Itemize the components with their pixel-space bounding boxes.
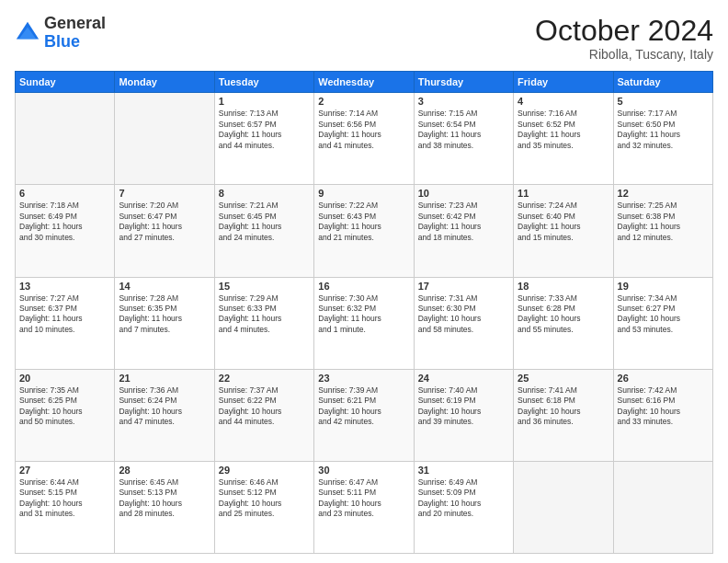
cell-text: Sunrise: 7:36 AM Sunset: 6:24 PM Dayligh…: [119, 385, 210, 428]
week-row-2: 6Sunrise: 7:18 AM Sunset: 6:49 PM Daylig…: [16, 185, 713, 277]
cell-text: Sunrise: 7:35 AM Sunset: 6:25 PM Dayligh…: [19, 385, 110, 428]
calendar-cell-2-0: 13Sunrise: 7:27 AM Sunset: 6:37 PM Dayli…: [16, 277, 115, 369]
calendar-cell-2-2: 15Sunrise: 7:29 AM Sunset: 6:33 PM Dayli…: [214, 277, 313, 369]
week-row-5: 27Sunrise: 6:44 AM Sunset: 5:15 PM Dayli…: [16, 461, 713, 553]
day-number: 7: [119, 188, 210, 199]
calendar-cell-4-4: 31Sunrise: 6:49 AM Sunset: 5:09 PM Dayli…: [414, 461, 513, 553]
cell-text: Sunrise: 7:28 AM Sunset: 6:35 PM Dayligh…: [119, 293, 210, 336]
cell-text: Sunrise: 7:25 AM Sunset: 6:38 PM Dayligh…: [618, 201, 709, 243]
cell-text: Sunrise: 7:39 AM Sunset: 6:21 PM Dayligh…: [318, 385, 409, 428]
header-thursday: Thursday: [414, 72, 513, 93]
calendar-cell-1-6: 12Sunrise: 7:25 AM Sunset: 6:38 PM Dayli…: [613, 185, 712, 277]
day-number: 25: [518, 373, 609, 384]
header-saturday: Saturday: [613, 72, 712, 93]
calendar-cell-2-5: 18Sunrise: 7:33 AM Sunset: 6:28 PM Dayli…: [514, 277, 613, 369]
calendar-cell-3-3: 23Sunrise: 7:39 AM Sunset: 6:21 PM Dayli…: [314, 369, 414, 461]
calendar-cell-4-1: 28Sunrise: 6:45 AM Sunset: 5:13 PM Dayli…: [115, 461, 214, 553]
day-number: 18: [518, 281, 609, 292]
cell-text: Sunrise: 7:42 AM Sunset: 6:16 PM Dayligh…: [618, 385, 709, 428]
calendar-cell-3-1: 21Sunrise: 7:36 AM Sunset: 6:24 PM Dayli…: [115, 369, 214, 461]
calendar-cell-2-6: 19Sunrise: 7:34 AM Sunset: 6:27 PM Dayli…: [613, 277, 712, 369]
cell-text: Sunrise: 7:31 AM Sunset: 6:30 PM Dayligh…: [418, 293, 509, 336]
cell-text: Sunrise: 7:27 AM Sunset: 6:37 PM Dayligh…: [19, 293, 110, 336]
cell-text: Sunrise: 6:49 AM Sunset: 5:09 PM Dayligh…: [418, 477, 509, 520]
day-number: 6: [19, 188, 110, 199]
day-number: 19: [618, 281, 709, 292]
calendar-cell-1-5: 11Sunrise: 7:24 AM Sunset: 6:40 PM Dayli…: [514, 185, 613, 277]
week-row-3: 13Sunrise: 7:27 AM Sunset: 6:37 PM Dayli…: [16, 277, 713, 369]
calendar-cell-2-3: 16Sunrise: 7:30 AM Sunset: 6:32 PM Dayli…: [314, 277, 414, 369]
logo-blue-text: Blue: [44, 32, 80, 51]
cell-text: Sunrise: 7:16 AM Sunset: 6:52 PM Dayligh…: [518, 109, 609, 151]
day-number: 27: [19, 465, 110, 476]
day-number: 29: [219, 465, 310, 476]
cell-text: Sunrise: 7:29 AM Sunset: 6:33 PM Dayligh…: [219, 293, 310, 336]
cell-text: Sunrise: 6:47 AM Sunset: 5:11 PM Dayligh…: [318, 477, 409, 520]
day-number: 1: [219, 96, 310, 107]
calendar-cell-3-0: 20Sunrise: 7:35 AM Sunset: 6:25 PM Dayli…: [16, 369, 115, 461]
cell-text: Sunrise: 7:14 AM Sunset: 6:56 PM Dayligh…: [318, 109, 409, 151]
day-number: 9: [318, 188, 409, 199]
calendar-cell-2-4: 17Sunrise: 7:31 AM Sunset: 6:30 PM Dayli…: [414, 277, 513, 369]
weekday-header-row: Sunday Monday Tuesday Wednesday Thursday…: [16, 72, 713, 93]
day-number: 10: [418, 188, 509, 199]
week-row-4: 20Sunrise: 7:35 AM Sunset: 6:25 PM Dayli…: [16, 369, 713, 461]
cell-text: Sunrise: 7:34 AM Sunset: 6:27 PM Dayligh…: [618, 293, 709, 336]
header-tuesday: Tuesday: [214, 72, 313, 93]
cell-text: Sunrise: 7:40 AM Sunset: 6:19 PM Dayligh…: [418, 385, 509, 428]
calendar-cell-4-2: 29Sunrise: 6:46 AM Sunset: 5:12 PM Dayli…: [214, 461, 313, 553]
calendar-cell-1-3: 9Sunrise: 7:22 AM Sunset: 6:43 PM Daylig…: [314, 185, 414, 277]
day-number: 28: [119, 465, 210, 476]
page: General Blue October 2024 Ribolla, Tusca…: [0, 0, 728, 563]
day-number: 21: [119, 373, 210, 384]
cell-text: Sunrise: 7:24 AM Sunset: 6:40 PM Dayligh…: [518, 201, 609, 243]
day-number: 22: [219, 373, 310, 384]
cell-text: Sunrise: 7:13 AM Sunset: 6:57 PM Dayligh…: [219, 109, 310, 151]
calendar-cell-1-0: 6Sunrise: 7:18 AM Sunset: 6:49 PM Daylig…: [16, 185, 115, 277]
day-number: 11: [518, 188, 609, 199]
cell-text: Sunrise: 7:23 AM Sunset: 6:42 PM Dayligh…: [418, 201, 509, 243]
day-number: 20: [19, 373, 110, 384]
day-number: 4: [518, 96, 609, 107]
calendar-cell-1-1: 7Sunrise: 7:20 AM Sunset: 6:47 PM Daylig…: [115, 185, 214, 277]
cell-text: Sunrise: 7:30 AM Sunset: 6:32 PM Dayligh…: [318, 293, 409, 336]
day-number: 14: [119, 281, 210, 292]
cell-text: Sunrise: 7:41 AM Sunset: 6:18 PM Dayligh…: [518, 385, 609, 428]
calendar-cell-3-5: 25Sunrise: 7:41 AM Sunset: 6:18 PM Dayli…: [514, 369, 613, 461]
day-number: 5: [618, 96, 709, 107]
header-sunday: Sunday: [16, 72, 115, 93]
logo: General Blue: [15, 15, 106, 52]
cell-text: Sunrise: 7:17 AM Sunset: 6:50 PM Dayligh…: [618, 109, 709, 151]
calendar-cell-0-4: 3Sunrise: 7:15 AM Sunset: 6:54 PM Daylig…: [414, 93, 513, 185]
day-number: 2: [318, 96, 409, 107]
calendar-cell-0-0: [16, 93, 115, 185]
location: Ribolla, Tuscany, Italy: [535, 47, 713, 62]
cell-text: Sunrise: 7:33 AM Sunset: 6:28 PM Dayligh…: [518, 293, 609, 336]
day-number: 16: [318, 281, 409, 292]
calendar-cell-4-5: [514, 461, 613, 553]
calendar-cell-4-3: 30Sunrise: 6:47 AM Sunset: 5:11 PM Dayli…: [314, 461, 414, 553]
calendar-cell-0-2: 1Sunrise: 7:13 AM Sunset: 6:57 PM Daylig…: [214, 93, 313, 185]
logo-general-text: General: [44, 14, 106, 32]
title-block: October 2024 Ribolla, Tuscany, Italy: [535, 15, 713, 62]
day-number: 31: [418, 465, 509, 476]
cell-text: Sunrise: 7:22 AM Sunset: 6:43 PM Dayligh…: [318, 201, 409, 243]
cell-text: Sunrise: 6:44 AM Sunset: 5:15 PM Dayligh…: [19, 477, 110, 520]
header: General Blue October 2024 Ribolla, Tusca…: [15, 15, 713, 62]
calendar-cell-1-4: 10Sunrise: 7:23 AM Sunset: 6:42 PM Dayli…: [414, 185, 513, 277]
calendar-cell-2-1: 14Sunrise: 7:28 AM Sunset: 6:35 PM Dayli…: [115, 277, 214, 369]
header-wednesday: Wednesday: [314, 72, 414, 93]
calendar-cell-3-2: 22Sunrise: 7:37 AM Sunset: 6:22 PM Dayli…: [214, 369, 313, 461]
cell-text: Sunrise: 6:46 AM Sunset: 5:12 PM Dayligh…: [219, 477, 310, 520]
day-number: 15: [219, 281, 310, 292]
day-number: 23: [318, 373, 409, 384]
day-number: 17: [418, 281, 509, 292]
week-row-1: 1Sunrise: 7:13 AM Sunset: 6:57 PM Daylig…: [16, 93, 713, 185]
day-number: 26: [618, 373, 709, 384]
cell-text: Sunrise: 7:21 AM Sunset: 6:45 PM Dayligh…: [219, 201, 310, 243]
header-friday: Friday: [514, 72, 613, 93]
day-number: 24: [418, 373, 509, 384]
day-number: 30: [318, 465, 409, 476]
calendar-cell-1-2: 8Sunrise: 7:21 AM Sunset: 6:45 PM Daylig…: [214, 185, 313, 277]
calendar-cell-4-6: [613, 461, 712, 553]
